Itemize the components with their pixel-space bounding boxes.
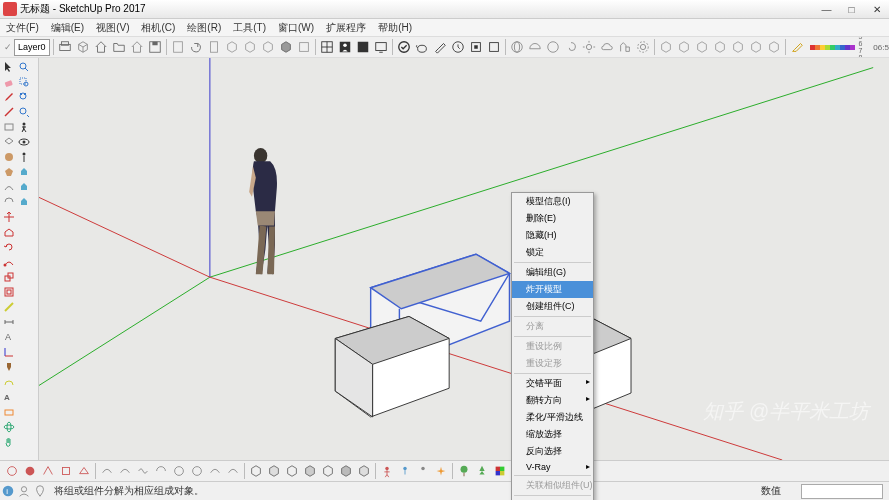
hemi-icon[interactable] (527, 39, 543, 55)
bt12[interactable] (207, 463, 223, 479)
plugin1-icon[interactable] (17, 165, 31, 179)
bt-tree2[interactable] (474, 463, 490, 479)
ctx-delete[interactable]: 删除(E) (512, 210, 593, 227)
folder-icon[interactable] (111, 39, 127, 55)
sb-geo-icon[interactable] (32, 483, 48, 499)
menu-draw[interactable]: 绘图(R) (181, 19, 227, 37)
menu-window[interactable]: 窗口(W) (272, 19, 320, 37)
bt4[interactable] (58, 463, 74, 479)
screen-icon[interactable] (373, 39, 389, 55)
bt-person[interactable] (379, 463, 395, 479)
ctx-vray[interactable]: V-Ray (512, 460, 593, 474)
text-icon[interactable]: A (2, 330, 16, 344)
3dtext-icon[interactable]: A (2, 390, 16, 404)
sun-icon[interactable] (581, 39, 597, 55)
dim-icon[interactable] (2, 315, 16, 329)
menu-camera[interactable]: 相机(C) (135, 19, 181, 37)
ctx-lock[interactable]: 锁定 (512, 244, 593, 261)
bt13[interactable] (225, 463, 241, 479)
hex4-icon[interactable] (278, 39, 294, 55)
cube2-icon[interactable] (658, 39, 674, 55)
undo-icon[interactable] (188, 39, 204, 55)
bt-cube5[interactable] (320, 463, 336, 479)
bt-cube6[interactable] (338, 463, 354, 479)
rotate-icon[interactable] (2, 240, 16, 254)
layer-select[interactable]: Layer0 (14, 39, 50, 56)
bt1[interactable] (4, 463, 20, 479)
hex1-icon[interactable] (224, 39, 240, 55)
bt-color[interactable] (492, 463, 508, 479)
grid-icon[interactable] (319, 39, 335, 55)
cube3-icon[interactable] (676, 39, 692, 55)
ctx-invert-sel[interactable]: 反向选择 (512, 443, 593, 460)
blackbox-icon[interactable] (355, 39, 371, 55)
bt9[interactable] (153, 463, 169, 479)
offset-icon[interactable] (2, 285, 16, 299)
ctx-flip[interactable]: 翻转方向 (512, 392, 593, 409)
bt-cube1[interactable] (248, 463, 264, 479)
bt-tree[interactable] (456, 463, 472, 479)
bt8[interactable] (135, 463, 151, 479)
stop-icon[interactable] (468, 39, 484, 55)
plugin3-icon[interactable] (17, 195, 31, 209)
doc-icon[interactable] (170, 39, 186, 55)
pan-icon[interactable] (2, 435, 16, 449)
circle-icon[interactable] (2, 150, 16, 164)
bt-cube4[interactable] (302, 463, 318, 479)
menu-file[interactable]: 文件(F) (0, 19, 45, 37)
menu-help[interactable]: 帮助(H) (372, 19, 418, 37)
select-icon[interactable] (2, 60, 16, 74)
prev-icon[interactable] (17, 105, 31, 119)
sb-user-icon[interactable] (16, 483, 32, 499)
pencil-icon[interactable] (2, 90, 16, 104)
position-icon[interactable] (17, 150, 31, 164)
brush-icon[interactable] (432, 39, 448, 55)
scale-icon[interactable] (2, 270, 16, 284)
hex3-icon[interactable] (260, 39, 276, 55)
arc2-icon[interactable] (2, 195, 16, 209)
bt2[interactable] (22, 463, 38, 479)
orbit-icon[interactable] (2, 420, 16, 434)
ctx-make-component[interactable]: 创建组件(C) (512, 298, 593, 315)
box1-icon[interactable] (296, 39, 312, 55)
save-icon[interactable] (147, 39, 163, 55)
sphere2-icon[interactable] (545, 39, 561, 55)
cube8-icon[interactable] (766, 39, 782, 55)
section-icon[interactable] (2, 405, 16, 419)
bt3[interactable] (40, 463, 56, 479)
zoomext-icon[interactable] (17, 90, 31, 104)
bt6[interactable] (99, 463, 115, 479)
cube-icon[interactable] (75, 39, 91, 55)
cube4-icon[interactable] (694, 39, 710, 55)
cube7-icon[interactable] (748, 39, 764, 55)
sb-info-icon[interactable]: i (0, 483, 16, 499)
spiral-icon[interactable] (563, 39, 579, 55)
minimize-button[interactable]: — (814, 2, 839, 16)
bt11[interactable] (189, 463, 205, 479)
bt5[interactable] (76, 463, 92, 479)
check-circle-icon[interactable] (396, 39, 412, 55)
building-icon[interactable] (617, 39, 633, 55)
menu-tools[interactable]: 工具(T) (227, 19, 272, 37)
menu-view[interactable]: 视图(V) (90, 19, 135, 37)
bt-person3[interactable] (415, 463, 431, 479)
value-input[interactable] (801, 484, 883, 499)
pencil2-icon[interactable] (789, 39, 805, 55)
home-icon[interactable] (93, 39, 109, 55)
bt10[interactable] (171, 463, 187, 479)
menu-edit[interactable]: 编辑(E) (45, 19, 90, 37)
hex2-icon[interactable] (242, 39, 258, 55)
person-icon[interactable] (337, 39, 353, 55)
rect2-icon[interactable] (2, 135, 16, 149)
bt-explode[interactable] (433, 463, 449, 479)
menu-ext[interactable]: 扩展程序 (320, 19, 372, 37)
bt7[interactable] (117, 463, 133, 479)
rect-icon[interactable] (2, 120, 16, 134)
protractor-icon[interactable] (2, 375, 16, 389)
push-icon[interactable] (2, 225, 16, 239)
paint-icon[interactable] (2, 360, 16, 374)
bt-cube2[interactable] (266, 463, 282, 479)
clock-icon[interactable] (450, 39, 466, 55)
axes-icon[interactable] (2, 345, 16, 359)
eraser-icon[interactable] (2, 75, 16, 89)
